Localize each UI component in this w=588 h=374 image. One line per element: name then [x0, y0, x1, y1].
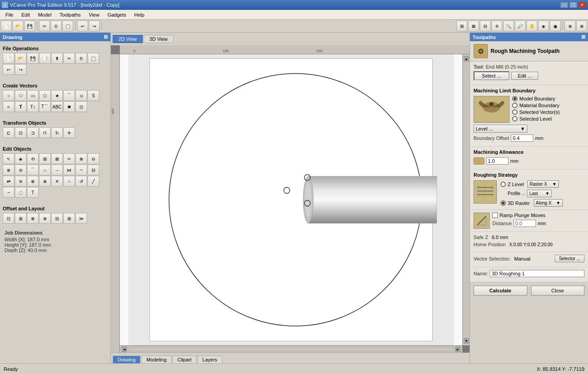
draw-wave-button[interactable]: ≈	[3, 101, 14, 112]
paste-button[interactable]: 📋	[62, 21, 73, 31]
draw-text-path-button[interactable]: ABC	[51, 101, 63, 112]
zlevel-radio[interactable]	[500, 182, 506, 187]
calculate-button[interactable]: Calculate	[474, 286, 527, 296]
redo-button[interactable]: ↪	[89, 21, 100, 31]
join-button[interactable]: ⋈	[63, 165, 75, 175]
tab-clipart[interactable]: Clipart	[172, 356, 197, 363]
group-button[interactable]: ⊕	[27, 213, 39, 224]
move-button[interactable]: ✛	[63, 127, 75, 138]
draw-arc-button[interactable]: ∪	[75, 90, 87, 101]
save-button[interactable]: 💾	[24, 21, 35, 31]
draw-text-v-button[interactable]: T↕	[27, 101, 39, 112]
draw-ellipse-button[interactable]: ⬭	[15, 90, 26, 101]
tab-drawing[interactable]: Drawing	[113, 356, 140, 363]
align-top-button[interactable]: ⊓	[39, 127, 51, 138]
tool-select-button[interactable]: Select ...	[474, 71, 509, 80]
trim-button[interactable]: ✂	[63, 153, 75, 164]
redo-tool-button[interactable]: ↪	[15, 64, 26, 75]
scroll-down-button[interactable]: ▼	[464, 338, 469, 344]
grid-button[interactable]: ⊟	[480, 21, 491, 31]
draw-circle-button[interactable]: ○	[3, 90, 14, 101]
boundary-level-option[interactable]: Selected Level	[512, 116, 560, 122]
save-file-button[interactable]: 💾	[27, 53, 39, 64]
weld-button[interactable]: ⊕	[75, 153, 87, 164]
tbone-button[interactable]: T	[27, 187, 39, 198]
level-dropdown[interactable]: Level ... ▼	[474, 125, 527, 133]
minimize-button[interactable]: —	[560, 2, 568, 8]
scroll-left-button[interactable]: ◄	[122, 347, 127, 352]
close-button[interactable]: Close	[531, 286, 585, 296]
close-button[interactable]: ✕	[578, 2, 586, 8]
menu-gadgets[interactable]: Gadgets	[104, 11, 130, 18]
node-edit-button[interactable]: ◈	[15, 153, 26, 164]
model-boundary-radio[interactable]	[512, 96, 518, 101]
zoom-out-button[interactable]: 🔎	[515, 21, 526, 31]
selector-button[interactable]: Selector ...	[555, 255, 584, 262]
zoom-selection-button[interactable]: ⊠	[468, 21, 479, 31]
profile-dropdown[interactable]: Last ▼	[527, 190, 552, 197]
draw-node-button[interactable]: ✱	[63, 101, 75, 112]
import-button[interactable]: ⬆	[51, 53, 63, 64]
strategy-3draster-option[interactable]: 3D Raster Along X ▼	[500, 199, 584, 207]
open-button[interactable]: 📂	[13, 21, 23, 31]
align-right-button[interactable]: ⊐	[27, 127, 39, 138]
polyline-button[interactable]: ╱	[88, 176, 99, 187]
menu-help[interactable]: Help	[131, 11, 148, 18]
arc-fit-button[interactable]: ⌢	[3, 187, 14, 198]
snap-button[interactable]: ✛	[491, 21, 502, 31]
restore-button[interactable]: ❐	[569, 2, 577, 8]
rotate-button[interactable]: ↻	[51, 127, 63, 138]
menu-toolpaths[interactable]: Toolpaths	[56, 11, 84, 18]
selected-vectors-radio[interactable]	[512, 109, 518, 115]
select-button[interactable]: ↖	[3, 153, 14, 164]
layer2-button[interactable]: ⊗	[576, 21, 587, 31]
along-x-dropdown[interactable]: Along X ▼	[534, 199, 563, 207]
zoom-in-button[interactable]: 🔍	[503, 21, 514, 31]
nest-button[interactable]: ⊞	[15, 213, 26, 224]
reverse-button[interactable]: ↺	[75, 176, 87, 187]
boundary-vector-option[interactable]: Selected Vector(s)	[512, 109, 560, 115]
canvas-container[interactable]: 0 100 200 100	[111, 45, 470, 352]
add-node-button[interactable]: ⊕	[39, 176, 51, 187]
extend-button[interactable]: →	[51, 165, 63, 175]
menu-file[interactable]: File	[2, 11, 17, 18]
boundary-model-option[interactable]: Model Boundary	[512, 96, 560, 101]
new-file-button[interactable]: 📄	[3, 53, 14, 64]
draw-star-button[interactable]: ★	[51, 90, 63, 101]
subtract-button[interactable]: ⊖	[88, 153, 99, 164]
draw-offset-button[interactable]: ⊡	[75, 101, 87, 112]
dogbone-button[interactable]: ◌	[15, 187, 26, 198]
undo-button[interactable]: ↩	[77, 21, 88, 31]
intersect-button[interactable]: ⊘	[15, 165, 26, 175]
drawing-panel-header[interactable]: Drawing ⊞	[0, 33, 110, 41]
draw-spiral-button[interactable]: S	[88, 90, 99, 101]
align-center-button[interactable]: ⊡	[15, 127, 26, 138]
align-left-button[interactable]: ⊏	[3, 127, 14, 138]
draw-polygon-button[interactable]: ⬡	[39, 90, 51, 101]
scroll-right-button[interactable]: ►	[455, 347, 461, 352]
selected-level-radio[interactable]	[512, 116, 518, 122]
copy-button[interactable]: ⎘	[51, 21, 61, 31]
array-button[interactable]: ⊞	[39, 153, 51, 164]
draw-rect-button[interactable]: ▭	[27, 90, 39, 101]
mirror-button[interactable]: ⊠	[51, 153, 63, 164]
name-input[interactable]	[490, 270, 584, 277]
chamfer-button[interactable]: ⌓	[39, 165, 51, 175]
new-button[interactable]: 📄	[1, 21, 12, 31]
boundary-offset-input[interactable]	[511, 135, 533, 142]
canvas-work-area[interactable]	[120, 54, 462, 345]
3draster-radio[interactable]	[500, 200, 506, 206]
ramp-plunge-checkbox[interactable]: Ramp Plunge Moves	[492, 213, 584, 218]
boundary-material-option[interactable]: Material Boundary	[512, 103, 560, 108]
offset-layout-button[interactable]: ⊡	[3, 213, 14, 224]
ramp-distance-input[interactable]	[513, 220, 536, 227]
pan-button[interactable]: ✋	[527, 21, 537, 31]
paste-tool-button[interactable]: 📋	[88, 53, 99, 64]
ramp-checkbox-box[interactable]	[492, 213, 498, 218]
ungroup-button[interactable]: ⊗	[39, 213, 51, 224]
zoom-extents-button[interactable]: ⊞	[456, 21, 467, 31]
material-boundary-radio[interactable]	[512, 103, 518, 108]
break-button[interactable]: ✕	[51, 176, 63, 187]
toolpath-visible-button[interactable]: ◉	[550, 21, 561, 31]
draw-text-arc-button[interactable]: T⌒	[39, 101, 51, 112]
